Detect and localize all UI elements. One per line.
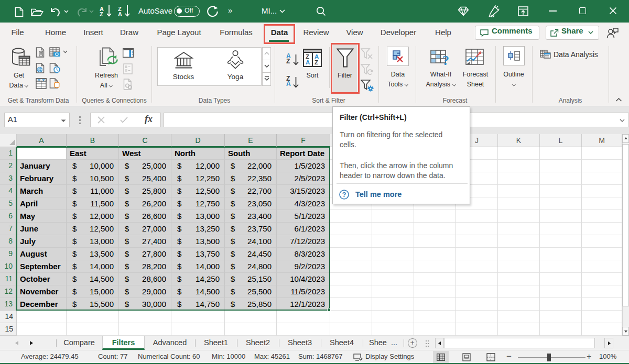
svg-text:?: ? [342,191,346,198]
svg-text:?: ? [442,53,449,66]
